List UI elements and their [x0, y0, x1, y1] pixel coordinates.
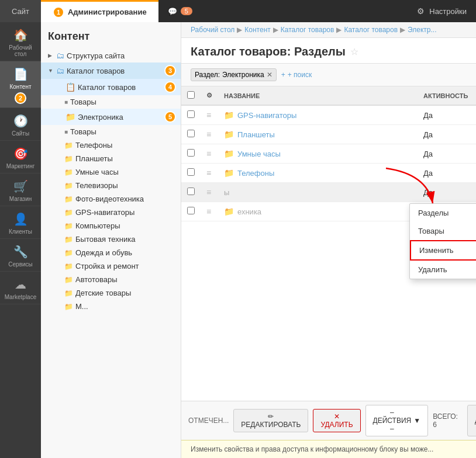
- folder-telefony: 📁: [64, 141, 73, 150]
- drag-handle-4[interactable]: ≡: [206, 168, 211, 178]
- admin-tab[interactable]: 1 Администрирование: [41, 0, 158, 22]
- arrow-icon-2: ▼: [48, 68, 54, 74]
- sidebar-item-store[interactable]: 🛒 Магазин: [0, 174, 41, 206]
- breadcrumb-content[interactable]: Контент: [244, 26, 270, 34]
- folder-televizory: 📁: [64, 182, 73, 190]
- sidebar-item-clients[interactable]: 👤 Клиенты: [0, 206, 41, 239]
- sidebar-item-services[interactable]: 🔧 Сервисы: [0, 239, 41, 272]
- site-tab[interactable]: Сайт: [0, 0, 41, 22]
- content-sidebar: Контент ▶ 🗂 Структура сайта ▼ 🗂 Каталог …: [41, 22, 181, 458]
- sidebar-nav-auto[interactable]: 📁 Автотовары: [41, 273, 181, 286]
- breadcrumb-elektr[interactable]: Электр...: [408, 26, 436, 34]
- table-row: ≡ 📁GPS-навигаторы Да: [181, 105, 476, 125]
- breadcrumb-catalog1[interactable]: Каталог товаров: [281, 26, 334, 34]
- sidebar-nav-odezhda-label: Одежда и обувь: [75, 248, 176, 257]
- filter-tag-razdel[interactable]: Раздел: Электроника ✕: [191, 68, 277, 81]
- settings-area[interactable]: ⚙ Настройки: [417, 6, 476, 16]
- sidebar-nav-gps[interactable]: 📁 GPS-навигаторы: [41, 206, 181, 219]
- sidebar-store-label: Магазин: [9, 196, 32, 202]
- drag-handle-1[interactable]: ≡: [206, 110, 211, 120]
- notifications[interactable]: 💬 5: [158, 7, 204, 16]
- delete-button[interactable]: ✕ УДАЛИТЬ: [313, 409, 360, 432]
- sidebar-item-marketing[interactable]: 🎯 Маркетинг: [0, 141, 41, 174]
- sidebar-nav-foto-label: Фото-видеотехника: [75, 195, 176, 203]
- content-sidebar-title: Контент: [41, 28, 181, 48]
- sidebar-clients-label: Клиенты: [9, 228, 32, 235]
- marketing-icon: 🎯: [13, 147, 27, 161]
- breadcrumb-desktop[interactable]: Рабочий стол: [191, 26, 234, 34]
- drag-handle-5[interactable]: ≡: [206, 188, 211, 197]
- row-link-1[interactable]: 📁GPS-навигаторы: [224, 110, 412, 120]
- row-checkbox-3[interactable]: [187, 149, 195, 157]
- drag-handle-2[interactable]: ≡: [206, 130, 211, 139]
- row-checkbox-4[interactable]: [187, 168, 195, 176]
- sidebar-nav-televizory[interactable]: 📁 Телевизоры: [41, 179, 181, 192]
- actions-button[interactable]: – ДЕЙСТВИЯ – ▼: [365, 405, 429, 436]
- sidebar-nav-foto[interactable]: 📁 Фото-видеотехника: [41, 192, 181, 206]
- marketplace-icon: ☁: [13, 277, 27, 292]
- row-link-4[interactable]: 📁Телефоны: [224, 168, 412, 178]
- row-link-3[interactable]: 📁Умные часы: [224, 149, 412, 158]
- sidebar-item-marketplace[interactable]: ☁ Marketplace: [0, 272, 41, 304]
- context-menu-izmenit[interactable]: Изменить: [410, 240, 476, 261]
- row-checkbox-5[interactable]: [187, 188, 195, 195]
- sidebar-nav-umnye-chasy[interactable]: 📁 Умные часы: [41, 165, 181, 179]
- row-checkbox-2[interactable]: [187, 130, 195, 137]
- sidebar-nav-elektronika[interactable]: 📁 Электроника 5: [41, 109, 181, 125]
- for-selected-btn[interactable]: □ для в...: [467, 405, 476, 436]
- sidebar-nav-struktura[interactable]: ▶ 🗂 Структура сайта: [41, 48, 181, 63]
- filter-remove-icon[interactable]: ✕: [267, 71, 273, 79]
- table-row: ≡ ы Да: [181, 183, 476, 202]
- row-checkbox-6[interactable]: [187, 207, 195, 214]
- page-title: Каталог товаров: Разделы: [191, 45, 346, 58]
- elektronika-badge: 5: [164, 111, 176, 123]
- select-all-checkbox[interactable]: [187, 91, 195, 99]
- notif-badge: 5: [181, 7, 192, 15]
- folder-icon-row1: 📁: [224, 110, 234, 120]
- row-link-6[interactable]: 📁ехника: [224, 207, 412, 216]
- gear-icon: ⚙: [417, 6, 425, 16]
- breadcrumb-catalog2[interactable]: Каталог товаров: [344, 26, 398, 34]
- row-checkbox-1[interactable]: [187, 110, 195, 118]
- context-menu-tovary[interactable]: Товары: [410, 222, 476, 240]
- breadcrumb-sep-2: ▶: [273, 26, 278, 34]
- drag-handle-3[interactable]: ≡: [206, 149, 211, 158]
- context-menu-udalit[interactable]: Удалить: [410, 261, 476, 279]
- sidebar-item-desktop[interactable]: 🏠 Рабочий стол: [0, 22, 41, 61]
- sidebar-nav-telefony[interactable]: 📁 Телефоны: [41, 138, 181, 152]
- folder-icon-row6: 📁: [224, 207, 234, 216]
- sidebar-nav-catalog-top[interactable]: ▼ 🗂 Каталог товаров 3: [41, 63, 181, 79]
- context-menu-razdely[interactable]: Разделы: [410, 204, 476, 222]
- select-label: ОТМЕЧЕН...: [188, 417, 229, 425]
- sidebar-nav-bytovaya[interactable]: 📁 Бытовая техника: [41, 233, 181, 246]
- edit-button[interactable]: ✏ РЕДАКТИРОВАТЬ: [233, 409, 308, 432]
- row-active-1: Да: [418, 105, 476, 125]
- folder-icon-3: 📁: [65, 112, 75, 122]
- sidebar-nav-stroika[interactable]: 📁 Стройка и ремонт: [41, 259, 181, 273]
- row-link-2[interactable]: 📁Планшеты: [224, 130, 412, 139]
- sidebar-nav-tovary-2[interactable]: ■ Товары: [41, 125, 181, 138]
- sidebar-nav-stroika-label: Стройка и ремонт: [75, 262, 176, 270]
- sidebar-item-content[interactable]: 📄 Контент 2: [0, 61, 41, 108]
- table-row: ≡ 📁Телефоны Да: [181, 164, 476, 183]
- sidebar-nav-odezhda[interactable]: 📁 Одежда и обувь: [41, 246, 181, 259]
- sidebar-nav-planshety[interactable]: 📁 Планшеты: [41, 152, 181, 165]
- sidebar-nav-detskie[interactable]: 📁 Детские товары: [41, 286, 181, 300]
- services-icon: 🔧: [13, 245, 27, 259]
- drag-handle-6[interactable]: ≡: [206, 207, 211, 216]
- sidebar-nav-kompyutery[interactable]: 📁 Компьютеры: [41, 219, 181, 233]
- sidebar-item-sites[interactable]: 🕐 Сайты: [0, 108, 41, 141]
- folder-detskie: 📁: [64, 289, 73, 297]
- sidebar-nav-catalog-sub[interactable]: 📋 Каталог товаров 4: [41, 79, 181, 95]
- favorite-icon[interactable]: ☆: [350, 46, 358, 57]
- row-active-2: Да: [418, 125, 476, 144]
- sidebar-nav-more[interactable]: 📁 М...: [41, 300, 181, 313]
- sidebar-nav-planshety-label: Планшеты: [75, 154, 176, 163]
- sidebar-nav-more-label: М...: [75, 302, 176, 311]
- content-icon: 📄: [13, 67, 27, 81]
- sidebar-nav-tovary-1[interactable]: ■ Товары: [41, 95, 181, 109]
- sidebar-nav-bytovaya-label: Бытовая техника: [75, 235, 176, 244]
- filter-search-btn[interactable]: + + поиск: [281, 71, 312, 79]
- sidebar-nav-gps-label: GPS-навигаторы: [75, 208, 176, 217]
- folder-icon: 🗂: [56, 51, 64, 60]
